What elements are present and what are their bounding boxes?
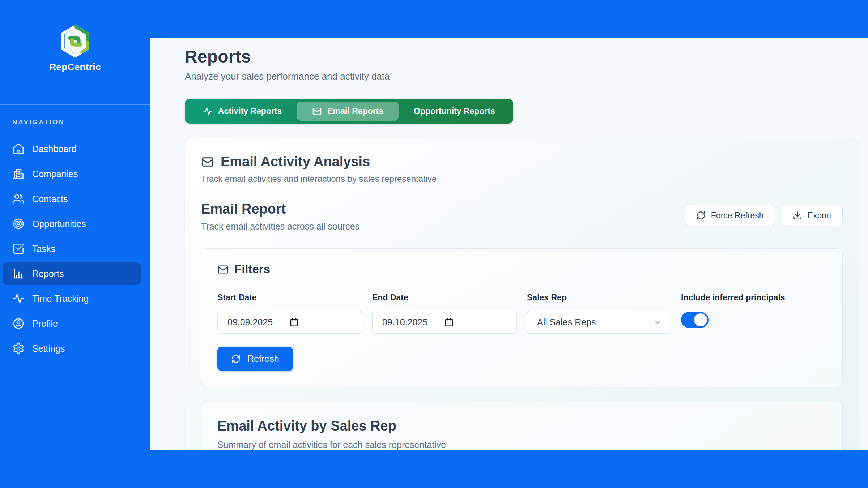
- export-button[interactable]: Export: [782, 205, 843, 226]
- nav-list: Dashboard Companies Contacts Opportuniti…: [0, 138, 150, 360]
- toggle-knob: [694, 313, 707, 326]
- mail-icon: [201, 155, 214, 168]
- sidebar-item-contacts[interactable]: Contacts: [3, 188, 141, 210]
- users-icon: [12, 193, 25, 205]
- card-title: Email Activity Analysis: [221, 154, 370, 170]
- sidebar-item-settings[interactable]: Settings: [3, 337, 141, 360]
- logo-block: RepCentric: [0, 0, 150, 105]
- sidebar-item-label: Contacts: [32, 194, 68, 204]
- filter-grid: Start Date 09.09.2025 End Date 09.10.202…: [217, 293, 826, 334]
- sidebar-item-label: Tasks: [32, 244, 55, 254]
- sidebar-item-label: Dashboard: [32, 144, 76, 154]
- sidebar-item-tasks[interactable]: Tasks: [3, 237, 141, 260]
- tab-label: Email Reports: [327, 106, 383, 116]
- sidebar-item-profile[interactable]: Profile: [3, 312, 141, 335]
- building-icon: [12, 168, 25, 180]
- refresh-button[interactable]: Refresh: [217, 347, 293, 371]
- button-label: Export: [808, 211, 831, 221]
- check-square-icon: [12, 243, 25, 255]
- sales-rep-field: Sales Rep All Sales Reps: [527, 293, 671, 334]
- inferred-principals-label: Include inferred principals: [681, 293, 826, 303]
- card-subtitle: Track email activities and interactions …: [201, 174, 843, 184]
- user-circle-icon: [12, 317, 25, 330]
- refresh-icon: [231, 354, 241, 364]
- sidebar-item-time-tracking[interactable]: Time Tracking: [3, 287, 141, 310]
- bar-chart-icon: [12, 267, 25, 280]
- report-heading-block: Email Report Track email activities acro…: [201, 201, 359, 232]
- filters-title: Filters: [234, 262, 270, 276]
- tab-email-reports[interactable]: Email Reports: [297, 102, 399, 121]
- end-date-input[interactable]: 09.10.2025: [372, 311, 517, 334]
- nav-section-label: NAVIGATION: [12, 119, 150, 126]
- email-activity-by-rep-panel: Email Activity by Sales Rep Summary of e…: [201, 402, 843, 450]
- email-activity-analysis-card: Email Activity Analysis Track email acti…: [185, 138, 859, 450]
- mail-icon: [312, 106, 322, 116]
- force-refresh-button[interactable]: Force Refresh: [685, 205, 775, 226]
- calendar-icon[interactable]: [444, 317, 454, 327]
- tab-opportunity-reports[interactable]: Opportunity Reports: [399, 102, 510, 121]
- page-title: Reports: [185, 47, 859, 67]
- inferred-principals-toggle[interactable]: [681, 312, 709, 328]
- activity-icon: [203, 106, 213, 116]
- section-subtitle: Summary of email activities for each sal…: [217, 440, 826, 450]
- activity-icon: [12, 292, 25, 305]
- home-icon: [12, 143, 25, 155]
- app-name: RepCentric: [49, 61, 101, 73]
- chevron-down-icon: [653, 318, 662, 326]
- refresh-icon: [696, 211, 706, 220]
- end-date-value: 09.10.2025: [382, 317, 427, 328]
- sidebar-item-dashboard[interactable]: Dashboard: [3, 138, 141, 160]
- download-icon: [793, 211, 802, 220]
- sidebar-item-label: Settings: [32, 343, 65, 354]
- report-subtitle: Track email activities across all source…: [201, 221, 359, 232]
- sidebar-item-opportunities[interactable]: Opportunities: [3, 213, 141, 235]
- start-date-value: 09.09.2025: [227, 317, 273, 328]
- tab-label: Activity Reports: [218, 106, 282, 116]
- button-label: Force Refresh: [711, 211, 764, 221]
- mail-icon: [217, 264, 229, 275]
- sidebar-item-label: Time Tracking: [32, 294, 89, 304]
- sales-rep-label: Sales Rep: [527, 293, 671, 303]
- gear-icon: [12, 342, 25, 355]
- start-date-label: Start Date: [217, 293, 362, 303]
- report-tab-bar: Activity Reports Email Reports Opportuni…: [185, 99, 513, 124]
- inferred-principals-field: Include inferred principals: [681, 293, 826, 334]
- report-actions: Force Refresh Export: [685, 205, 843, 226]
- target-icon: [12, 218, 25, 230]
- sales-rep-select[interactable]: All Sales Reps: [527, 311, 671, 334]
- tab-activity-reports[interactable]: Activity Reports: [188, 102, 297, 121]
- sidebar-item-reports[interactable]: Reports: [3, 262, 141, 285]
- end-date-label: End Date: [372, 293, 517, 303]
- calendar-icon[interactable]: [289, 317, 299, 327]
- filters-panel: Filters Start Date 09.09.2025 End Date: [201, 248, 843, 387]
- button-label: Refresh: [247, 354, 279, 364]
- report-title: Email Report: [201, 201, 359, 217]
- section-title: Email Activity by Sales Rep: [217, 418, 826, 434]
- sidebar-item-label: Opportunities: [32, 219, 86, 229]
- sidebar-item-label: Profile: [32, 318, 58, 329]
- tab-label: Opportunity Reports: [414, 106, 495, 116]
- sidebar: RepCentric NAVIGATION Dashboard Companie…: [0, 0, 150, 488]
- start-date-input[interactable]: 09.09.2025: [217, 311, 362, 334]
- sidebar-item-label: Companies: [32, 169, 78, 179]
- sales-rep-value: All Sales Reps: [537, 317, 596, 328]
- sidebar-item-companies[interactable]: Companies: [3, 163, 141, 185]
- main-content: Reports Analyze your sales performance a…: [150, 38, 868, 450]
- page-subtitle: Analyze your sales performance and activ…: [185, 71, 859, 82]
- start-date-field: Start Date 09.09.2025: [217, 293, 362, 334]
- repcentric-logo-icon: [60, 25, 91, 58]
- end-date-field: End Date 09.10.2025: [372, 293, 517, 334]
- sidebar-item-label: Reports: [32, 269, 64, 279]
